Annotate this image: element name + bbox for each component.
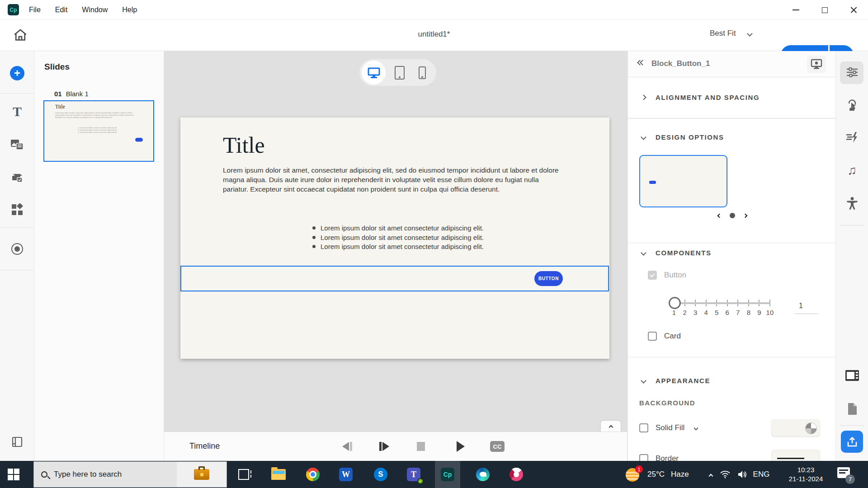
play-button[interactable] xyxy=(452,438,470,455)
mobile-view-button[interactable] xyxy=(410,59,434,86)
panel-layout-button[interactable] xyxy=(836,370,868,381)
task-view-button[interactable] xyxy=(231,461,256,488)
panel-toggle-icon xyxy=(11,436,23,448)
card-checkbox[interactable] xyxy=(648,332,657,341)
divider xyxy=(0,93,34,94)
design-option-preview[interactable] xyxy=(639,155,727,207)
collapse-panel-button[interactable] xyxy=(638,61,643,65)
word-button[interactable]: W xyxy=(333,461,359,488)
carousel-dot[interactable] xyxy=(730,213,735,218)
closed-captions-button[interactable]: CC xyxy=(490,441,505,452)
carousel-next-icon[interactable] xyxy=(743,213,747,218)
menu-window[interactable]: Window xyxy=(82,6,108,14)
media-tool-button[interactable] xyxy=(0,138,34,151)
menu-file[interactable]: File xyxy=(29,6,41,14)
accessibility-button[interactable] xyxy=(836,197,868,210)
search-highlight-tile[interactable] xyxy=(177,462,226,487)
text-tool-button[interactable]: T xyxy=(0,105,34,118)
slider-labels: 12 34 56 78 910 xyxy=(669,309,775,316)
desktop-icon xyxy=(368,67,380,79)
weather-widget[interactable]: 1 25°C Haze xyxy=(625,461,689,488)
search-input[interactable] xyxy=(54,470,158,479)
bar-icon xyxy=(350,442,352,451)
chrome-button[interactable] xyxy=(300,461,326,488)
share-button[interactable] xyxy=(841,431,863,453)
selected-button-block[interactable]: BUTTON xyxy=(180,266,609,291)
haze-weather-icon: 1 xyxy=(625,466,641,483)
carousel-previous-icon[interactable] xyxy=(717,213,722,218)
teams-button[interactable]: T ✓ xyxy=(401,461,426,488)
menu-help[interactable]: Help xyxy=(122,6,137,14)
audio-button[interactable]: ♫ xyxy=(836,164,868,177)
step-forward-button[interactable] xyxy=(375,438,393,455)
network-button[interactable] xyxy=(717,461,733,488)
chrome-icon xyxy=(306,468,320,481)
components-section-title: COMPONENTS xyxy=(656,249,712,257)
edge-button[interactable] xyxy=(470,461,495,488)
clock-widget[interactable]: 10:23 21-11-2024 xyxy=(784,461,827,488)
language-label: ENG xyxy=(753,470,770,479)
button-checkbox[interactable] xyxy=(648,271,657,280)
captivate-logo-icon: Cp xyxy=(8,4,19,15)
interactions-button[interactable] xyxy=(836,99,868,112)
chevron-down-icon[interactable] xyxy=(694,426,698,430)
stop-button[interactable] xyxy=(412,438,430,455)
button-count-slider: 12 34 56 78 910 xyxy=(669,293,777,321)
widgets-tool-button[interactable] xyxy=(0,203,34,216)
timeline-label: Timeline xyxy=(189,441,220,451)
pink-swirl-app-button[interactable] xyxy=(504,461,529,488)
add-content-button[interactable]: + xyxy=(0,66,34,80)
zoom-fit-dropdown[interactable]: Best Fit xyxy=(710,29,752,38)
taskbar-search[interactable] xyxy=(33,461,227,488)
chevron-right-icon xyxy=(641,94,646,100)
skype-icon: S xyxy=(374,468,387,481)
border-checkbox[interactable] xyxy=(639,454,648,461)
chevron-down-icon xyxy=(747,31,753,37)
preview-state-button[interactable] xyxy=(807,56,826,73)
slider-handle[interactable] xyxy=(669,297,681,309)
minimize-button[interactable] xyxy=(781,0,810,20)
maximize-button[interactable] xyxy=(810,0,839,20)
slider-track[interactable] xyxy=(674,302,770,304)
toggle-panel-button[interactable] xyxy=(0,436,34,448)
desktop-view-button[interactable] xyxy=(362,59,386,86)
step-forward-icon xyxy=(382,442,389,451)
record-button[interactable] xyxy=(0,243,34,255)
previous-frame-button[interactable] xyxy=(338,438,356,455)
volume-button[interactable] xyxy=(734,461,750,488)
quiz-tool-button[interactable] xyxy=(0,171,34,184)
word-icon: W xyxy=(339,468,353,481)
file-explorer-button[interactable] xyxy=(266,461,291,488)
style-properties-button[interactable] xyxy=(836,66,868,79)
slide-title-text[interactable]: Title xyxy=(223,132,265,158)
components-section-header[interactable]: COMPONENTS xyxy=(628,243,836,263)
transitions-button[interactable] xyxy=(836,131,868,143)
skype-button[interactable]: S xyxy=(368,461,393,488)
start-button[interactable] xyxy=(0,461,27,488)
language-button[interactable]: ENG xyxy=(751,461,771,488)
divider xyxy=(840,425,864,426)
solid-fill-checkbox[interactable] xyxy=(639,423,648,432)
tablet-view-button[interactable] xyxy=(387,59,411,86)
menu-edit[interactable]: Edit xyxy=(55,6,68,14)
captivate-icon: Cp xyxy=(441,468,454,481)
card-checkbox-label: Card xyxy=(664,332,681,341)
slide-thumbnail[interactable]: Title Lorem ipsum dolor sit amet, consec… xyxy=(43,100,154,162)
notification-center-button[interactable]: 7 xyxy=(837,466,854,483)
captivate-taskbar-button[interactable]: Cp xyxy=(435,461,460,488)
notes-button[interactable] xyxy=(836,403,868,415)
close-button[interactable] xyxy=(839,0,868,20)
appearance-section-header[interactable]: APPEARANCE xyxy=(628,371,836,390)
slide-bullet-list[interactable]: Lorem ipsum dolor sit amet consectetur a… xyxy=(312,223,484,251)
slide-paragraph-text[interactable]: Lorem ipsum dolor sit amet, consectetur … xyxy=(223,165,562,194)
design-options-section-header[interactable]: DESIGN OPTIONS xyxy=(628,127,836,147)
device-preview-toggle xyxy=(359,59,436,86)
fill-color-swatch[interactable] xyxy=(771,419,820,436)
button-count-input[interactable]: 1 xyxy=(794,300,819,314)
chevron-up-icon xyxy=(609,425,613,430)
alignment-section-header[interactable]: ALIGNMENT AND SPACING xyxy=(628,87,836,107)
timeline-collapse-tab[interactable] xyxy=(601,421,621,432)
border-style-swatch[interactable] xyxy=(771,450,820,461)
slide-button[interactable]: BUTTON xyxy=(534,271,563,286)
slide-stage[interactable]: Title Lorem ipsum dolor sit amet, consec… xyxy=(180,117,609,359)
